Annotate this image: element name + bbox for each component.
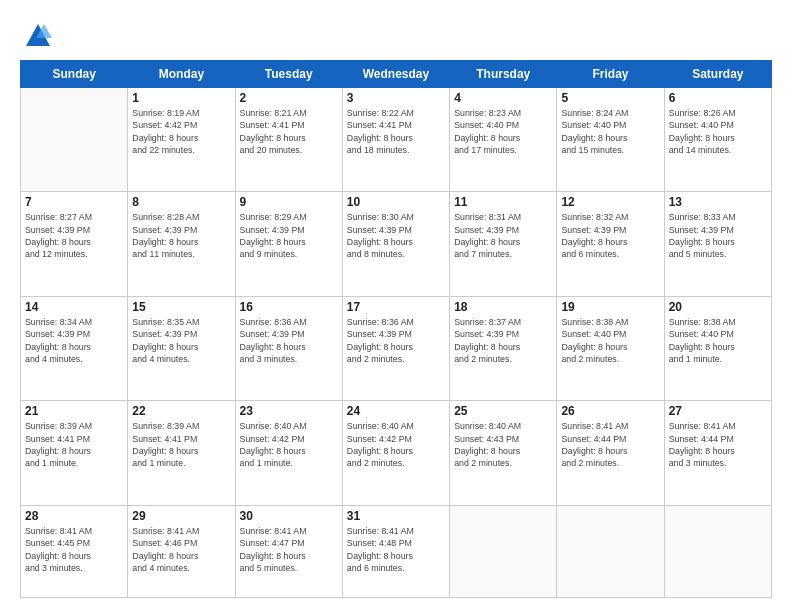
calendar-cell: 8Sunrise: 8:28 AM Sunset: 4:39 PM Daylig… <box>128 192 235 296</box>
day-number: 7 <box>25 195 123 209</box>
calendar-cell: 21Sunrise: 8:39 AM Sunset: 4:41 PM Dayli… <box>21 401 128 505</box>
day-number: 23 <box>240 404 338 418</box>
day-info: Sunrise: 8:40 AM Sunset: 4:42 PM Dayligh… <box>240 420 338 469</box>
day-info: Sunrise: 8:36 AM Sunset: 4:39 PM Dayligh… <box>240 316 338 365</box>
calendar-header-row: SundayMondayTuesdayWednesdayThursdayFrid… <box>21 61 772 88</box>
day-number: 24 <box>347 404 445 418</box>
day-info: Sunrise: 8:31 AM Sunset: 4:39 PM Dayligh… <box>454 211 552 260</box>
calendar-cell: 26Sunrise: 8:41 AM Sunset: 4:44 PM Dayli… <box>557 401 664 505</box>
calendar-table: SundayMondayTuesdayWednesdayThursdayFrid… <box>20 60 772 598</box>
calendar-cell: 6Sunrise: 8:26 AM Sunset: 4:40 PM Daylig… <box>664 88 771 192</box>
calendar-cell: 17Sunrise: 8:36 AM Sunset: 4:39 PM Dayli… <box>342 296 449 400</box>
day-info: Sunrise: 8:22 AM Sunset: 4:41 PM Dayligh… <box>347 107 445 156</box>
day-number: 22 <box>132 404 230 418</box>
day-number: 17 <box>347 300 445 314</box>
day-number: 29 <box>132 509 230 523</box>
page: SundayMondayTuesdayWednesdayThursdayFrid… <box>0 0 792 612</box>
day-number: 28 <box>25 509 123 523</box>
day-header-tuesday: Tuesday <box>235 61 342 88</box>
day-number: 12 <box>561 195 659 209</box>
calendar-cell: 25Sunrise: 8:40 AM Sunset: 4:43 PM Dayli… <box>450 401 557 505</box>
day-number: 21 <box>25 404 123 418</box>
day-info: Sunrise: 8:26 AM Sunset: 4:40 PM Dayligh… <box>669 107 767 156</box>
day-info: Sunrise: 8:39 AM Sunset: 4:41 PM Dayligh… <box>25 420 123 469</box>
calendar-cell: 3Sunrise: 8:22 AM Sunset: 4:41 PM Daylig… <box>342 88 449 192</box>
day-header-wednesday: Wednesday <box>342 61 449 88</box>
calendar-cell: 9Sunrise: 8:29 AM Sunset: 4:39 PM Daylig… <box>235 192 342 296</box>
calendar-cell: 28Sunrise: 8:41 AM Sunset: 4:45 PM Dayli… <box>21 505 128 597</box>
day-number: 27 <box>669 404 767 418</box>
day-info: Sunrise: 8:27 AM Sunset: 4:39 PM Dayligh… <box>25 211 123 260</box>
day-header-saturday: Saturday <box>664 61 771 88</box>
calendar-cell: 16Sunrise: 8:36 AM Sunset: 4:39 PM Dayli… <box>235 296 342 400</box>
calendar-cell <box>450 505 557 597</box>
day-info: Sunrise: 8:38 AM Sunset: 4:40 PM Dayligh… <box>669 316 767 365</box>
day-header-friday: Friday <box>557 61 664 88</box>
day-info: Sunrise: 8:28 AM Sunset: 4:39 PM Dayligh… <box>132 211 230 260</box>
day-number: 2 <box>240 91 338 105</box>
day-info: Sunrise: 8:41 AM Sunset: 4:44 PM Dayligh… <box>669 420 767 469</box>
calendar-cell: 2Sunrise: 8:21 AM Sunset: 4:41 PM Daylig… <box>235 88 342 192</box>
day-number: 8 <box>132 195 230 209</box>
day-number: 10 <box>347 195 445 209</box>
day-number: 14 <box>25 300 123 314</box>
header <box>20 18 772 50</box>
calendar-cell <box>557 505 664 597</box>
calendar-cell: 24Sunrise: 8:40 AM Sunset: 4:42 PM Dayli… <box>342 401 449 505</box>
day-number: 20 <box>669 300 767 314</box>
calendar-cell: 29Sunrise: 8:41 AM Sunset: 4:46 PM Dayli… <box>128 505 235 597</box>
day-info: Sunrise: 8:35 AM Sunset: 4:39 PM Dayligh… <box>132 316 230 365</box>
calendar-cell: 18Sunrise: 8:37 AM Sunset: 4:39 PM Dayli… <box>450 296 557 400</box>
calendar-cell: 1Sunrise: 8:19 AM Sunset: 4:42 PM Daylig… <box>128 88 235 192</box>
day-number: 9 <box>240 195 338 209</box>
day-number: 3 <box>347 91 445 105</box>
day-info: Sunrise: 8:41 AM Sunset: 4:44 PM Dayligh… <box>561 420 659 469</box>
day-header-thursday: Thursday <box>450 61 557 88</box>
calendar-cell: 7Sunrise: 8:27 AM Sunset: 4:39 PM Daylig… <box>21 192 128 296</box>
day-number: 31 <box>347 509 445 523</box>
calendar-cell: 15Sunrise: 8:35 AM Sunset: 4:39 PM Dayli… <box>128 296 235 400</box>
day-info: Sunrise: 8:34 AM Sunset: 4:39 PM Dayligh… <box>25 316 123 365</box>
week-row-1: 7Sunrise: 8:27 AM Sunset: 4:39 PM Daylig… <box>21 192 772 296</box>
week-row-3: 21Sunrise: 8:39 AM Sunset: 4:41 PM Dayli… <box>21 401 772 505</box>
calendar-cell: 20Sunrise: 8:38 AM Sunset: 4:40 PM Dayli… <box>664 296 771 400</box>
day-number: 19 <box>561 300 659 314</box>
calendar-cell: 23Sunrise: 8:40 AM Sunset: 4:42 PM Dayli… <box>235 401 342 505</box>
day-number: 26 <box>561 404 659 418</box>
calendar-cell: 10Sunrise: 8:30 AM Sunset: 4:39 PM Dayli… <box>342 192 449 296</box>
day-number: 6 <box>669 91 767 105</box>
day-number: 16 <box>240 300 338 314</box>
calendar-cell <box>664 505 771 597</box>
day-info: Sunrise: 8:41 AM Sunset: 4:46 PM Dayligh… <box>132 525 230 574</box>
day-info: Sunrise: 8:37 AM Sunset: 4:39 PM Dayligh… <box>454 316 552 365</box>
day-number: 4 <box>454 91 552 105</box>
day-number: 5 <box>561 91 659 105</box>
day-info: Sunrise: 8:23 AM Sunset: 4:40 PM Dayligh… <box>454 107 552 156</box>
week-row-0: 1Sunrise: 8:19 AM Sunset: 4:42 PM Daylig… <box>21 88 772 192</box>
calendar-cell: 11Sunrise: 8:31 AM Sunset: 4:39 PM Dayli… <box>450 192 557 296</box>
calendar-cell: 14Sunrise: 8:34 AM Sunset: 4:39 PM Dayli… <box>21 296 128 400</box>
calendar-cell: 13Sunrise: 8:33 AM Sunset: 4:39 PM Dayli… <box>664 192 771 296</box>
calendar-cell: 22Sunrise: 8:39 AM Sunset: 4:41 PM Dayli… <box>128 401 235 505</box>
day-info: Sunrise: 8:41 AM Sunset: 4:48 PM Dayligh… <box>347 525 445 574</box>
day-info: Sunrise: 8:41 AM Sunset: 4:47 PM Dayligh… <box>240 525 338 574</box>
day-info: Sunrise: 8:32 AM Sunset: 4:39 PM Dayligh… <box>561 211 659 260</box>
day-number: 18 <box>454 300 552 314</box>
calendar-cell: 31Sunrise: 8:41 AM Sunset: 4:48 PM Dayli… <box>342 505 449 597</box>
day-header-sunday: Sunday <box>21 61 128 88</box>
day-info: Sunrise: 8:38 AM Sunset: 4:40 PM Dayligh… <box>561 316 659 365</box>
day-info: Sunrise: 8:19 AM Sunset: 4:42 PM Dayligh… <box>132 107 230 156</box>
logo-icon <box>24 22 52 50</box>
day-number: 30 <box>240 509 338 523</box>
day-info: Sunrise: 8:29 AM Sunset: 4:39 PM Dayligh… <box>240 211 338 260</box>
calendar-cell: 27Sunrise: 8:41 AM Sunset: 4:44 PM Dayli… <box>664 401 771 505</box>
logo <box>20 22 52 50</box>
day-info: Sunrise: 8:21 AM Sunset: 4:41 PM Dayligh… <box>240 107 338 156</box>
day-info: Sunrise: 8:40 AM Sunset: 4:43 PM Dayligh… <box>454 420 552 469</box>
week-row-2: 14Sunrise: 8:34 AM Sunset: 4:39 PM Dayli… <box>21 296 772 400</box>
day-info: Sunrise: 8:40 AM Sunset: 4:42 PM Dayligh… <box>347 420 445 469</box>
week-row-4: 28Sunrise: 8:41 AM Sunset: 4:45 PM Dayli… <box>21 505 772 597</box>
day-info: Sunrise: 8:30 AM Sunset: 4:39 PM Dayligh… <box>347 211 445 260</box>
day-number: 25 <box>454 404 552 418</box>
calendar-cell: 30Sunrise: 8:41 AM Sunset: 4:47 PM Dayli… <box>235 505 342 597</box>
